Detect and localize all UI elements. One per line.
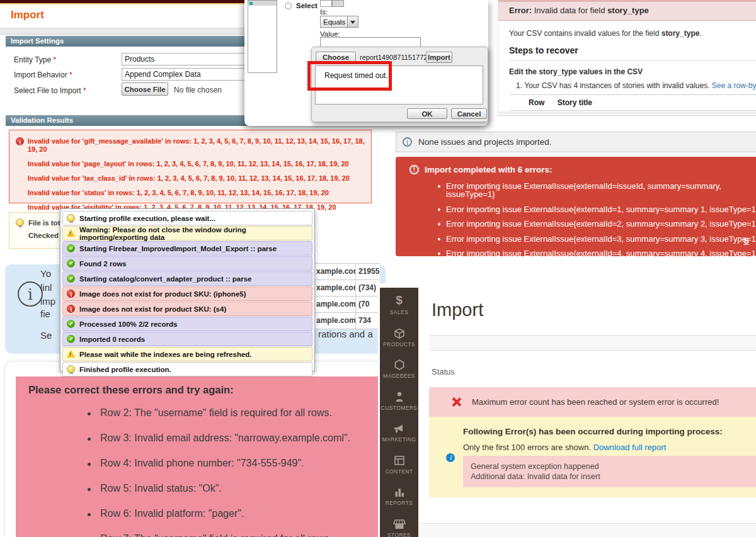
choose-file-button[interactable]: Choose File: [122, 82, 168, 96]
import-button[interactable]: Import: [426, 52, 452, 63]
m1-validation-error-row: Invalid value for 'page_layout' in rows:…: [16, 160, 365, 168]
log-status-icon: [67, 274, 75, 283]
info-text-fragment: imp: [40, 296, 55, 307]
m2-sidebar: $ SALES PRODUCTS MAGEBEES CUSTOMERS MARK…: [380, 288, 418, 537]
grid-cell-value: 734: [356, 313, 380, 329]
log-row: Image does not exist for product SKU: (i…: [62, 286, 312, 301]
list-item: Row 4: Invalid phone number: "734-555-94…: [84, 458, 380, 469]
csv-errors-list: Row 2: The "username" field is required …: [28, 407, 380, 537]
log-status-icon: [67, 365, 75, 373]
import-behavior-label: Import Behavior *: [14, 71, 72, 79]
log-status-icon: [67, 335, 75, 343]
info-text-fragment: linl: [40, 282, 52, 293]
log-text: Image does not exist for product SKU: (s…: [79, 305, 226, 313]
mini-input[interactable]: [320, 0, 332, 7]
info-text-fragment: fie: [40, 308, 50, 319]
show-more-link[interactable]: S: [743, 236, 749, 246]
m1-validation-error-row: Invalid value for 'gift_message_availabl…: [16, 137, 365, 154]
column-header-row: Row: [509, 98, 544, 107]
jira-info-text: None issues and projects imported.: [418, 137, 552, 147]
list-item: Row 7: The "username" field is required …: [84, 533, 380, 537]
log-row: Image does not exist for product SKU: (s…: [62, 302, 312, 316]
list-item: Row 2: The "username" field is required …: [84, 407, 380, 419]
m2-exception-box: General system exception happened Additi…: [463, 456, 756, 487]
exception-line2: Additional data: Invalid data for insert: [471, 472, 756, 482]
chevron-down-icon[interactable]: [348, 16, 358, 28]
error-x-icon: [452, 397, 461, 407]
entity-type-select[interactable]: Products: [122, 53, 245, 65]
mini-button[interactable]: [332, 0, 344, 7]
m1-validation-error-text: Invalid value for 'status' in rows: 1, 2…: [28, 189, 329, 197]
log-status-icon: [67, 244, 75, 252]
log-text: Starting profile execution, please wait.…: [79, 215, 215, 222]
grid-cell-domain: ample.com: [315, 313, 356, 329]
info-circle-icon: i: [18, 281, 43, 307]
products-icon: [380, 320, 418, 339]
m1-validation-error-text: Invalid value for 'page_layout' in rows:…: [28, 160, 349, 168]
import-behavior-select[interactable]: Append Complex Data: [122, 68, 245, 81]
list-item: Error importing issue ExternalIssue{exte…: [446, 182, 756, 198]
log-text: Starting Firebear_ImprovedImport_Model_E…: [79, 245, 277, 252]
pivotal-error-body: Your CSV contains invalid values for the…: [509, 29, 702, 38]
select-radio[interactable]: [285, 3, 292, 9]
sidebar-item-products[interactable]: PRODUCTS: [380, 320, 418, 352]
grid-cell-value: (70: [356, 297, 380, 312]
grid-cell-domain: ample.com: [315, 297, 356, 312]
lightbulb-icon: [16, 218, 24, 227]
entity-type-label: Entity Type *: [14, 55, 56, 64]
sidebar-item-marketing[interactable]: MARKETING: [380, 415, 418, 447]
alert-icon: !: [410, 165, 419, 174]
content-icon: [380, 447, 418, 466]
table-row: xample.com 21955: [315, 264, 380, 280]
sidebar-item-content[interactable]: CONTENT: [380, 447, 418, 479]
list-item: Error importing issue ExternalIssue{exte…: [446, 249, 756, 257]
grid-cell-domain: xample.com: [315, 264, 356, 280]
log-row: Finished profile execution.: [62, 362, 312, 376]
sidebar-item-magebees[interactable]: MAGEBEES: [380, 351, 418, 383]
info-icon: i: [446, 453, 455, 462]
m1-data-grid-fragment: xample.com 21955 xample.com (734) ample.…: [315, 263, 380, 329]
jira-error-title: Import completed with 6 errors:: [425, 165, 553, 174]
select-radio-label: Select: [296, 2, 318, 9]
pivotal-error-header: Error: Invalid data for field story_type: [498, 0, 756, 21]
column-header-story-title: Story title: [547, 98, 592, 107]
red-highlight-box: [307, 61, 392, 91]
error-icon: [16, 137, 24, 145]
sidebar-item-customers[interactable]: CUSTOMERS: [380, 383, 418, 415]
log-text: Warning: Please do not close the window …: [79, 226, 312, 241]
download-report-link[interactable]: Download full report: [593, 443, 667, 452]
sidebar-item-stores[interactable]: STORES: [380, 511, 418, 537]
log-text: Processed 100% 2/2 records: [79, 320, 177, 328]
cancel-button[interactable]: Cancel: [451, 108, 487, 119]
log-row: Starting profile execution, please wait.…: [62, 211, 312, 225]
m1-validation-error-text: Invalid value for 'tax_class_id' in rows…: [28, 174, 350, 183]
log-row: Starting Firebear_ImprovedImport_Model_E…: [62, 241, 312, 256]
log-text: Please wait while the indexes are being …: [79, 351, 252, 358]
m1-validation-error-text: Invalid value for 'gift_message_availabl…: [28, 137, 365, 154]
m1-validation-error-box: Invalid value for 'gift_message_availabl…: [9, 130, 372, 203]
jira-error-panel: ! Import completed with 6 errors: Error …: [396, 157, 756, 256]
sidebar-item-reports[interactable]: REPORTS: [380, 478, 418, 511]
grid-cell-domain: xample.com: [315, 280, 356, 296]
log-row: Processed 100% 2/2 records: [62, 317, 312, 331]
log-text: Imported 0 records: [79, 336, 145, 343]
log-text: Found 2 rows: [79, 260, 127, 268]
log-text: Image does not exist for product SKU: (i…: [79, 290, 246, 298]
filter-listbox[interactable]: [248, 0, 277, 73]
sidebar-item-sales[interactable]: $ SALES: [380, 288, 418, 320]
ok-button[interactable]: OK: [407, 108, 447, 119]
row-by-row-link[interactable]: See a row-by-row breakdown: [712, 81, 756, 90]
m2-notice-subtext: Only the first 100 errors are shown. Dow…: [463, 443, 666, 452]
operator-select[interactable]: Equals: [320, 16, 358, 28]
steps-heading: Steps to recover: [509, 45, 578, 55]
grid-cell-value: 21955: [356, 264, 380, 280]
csv-errors-panel: Please correct these errors and try agai…: [16, 376, 380, 537]
info-text-fragment: Se: [40, 330, 52, 341]
list-item: Error importing issue ExternalIssue{exte…: [446, 205, 756, 213]
log-status-icon: [67, 351, 75, 358]
list-item: Row 3: Invalid email address: "narroway.…: [84, 432, 380, 444]
jira-info-bar: i None issues and projects imported.: [396, 132, 756, 152]
screenshot-root: Import Import Settings Entity Type * Pro…: [0, 0, 756, 537]
info-icon: i: [403, 137, 412, 147]
log-text: Starting catalog/convert_adapter_product…: [79, 275, 252, 283]
